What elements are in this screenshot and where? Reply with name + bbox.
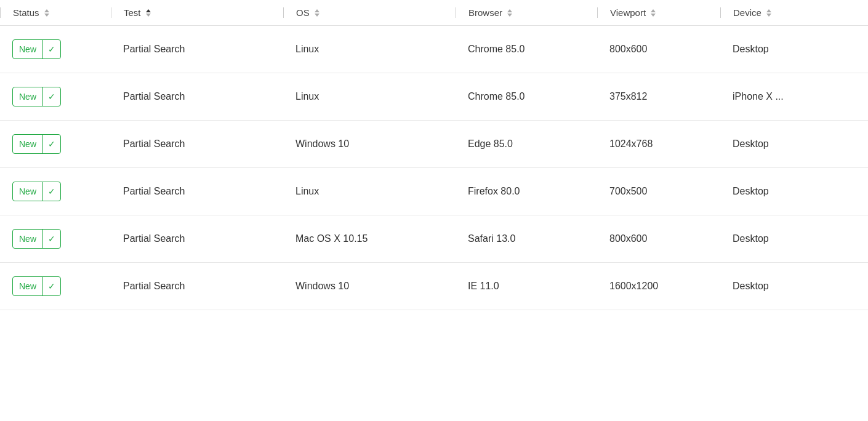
cell-device-0: Desktop: [720, 44, 868, 55]
cell-browser-2: Edge 85.0: [456, 138, 597, 150]
test-value-2: Partial Search: [123, 138, 185, 149]
cell-status-2: New ✓: [0, 134, 111, 154]
column-header-test[interactable]: Test: [111, 7, 283, 18]
status-check-icon-0[interactable]: ✓: [43, 40, 60, 58]
sort-icon-browser[interactable]: [507, 9, 512, 17]
column-label-status: Status: [13, 7, 39, 18]
cell-os-1: Linux: [283, 91, 456, 102]
os-value-5: Windows 10: [295, 281, 349, 291]
status-check-icon-1[interactable]: ✓: [43, 87, 60, 106]
browser-value-2: Edge 85.0: [468, 138, 513, 149]
table-body: New ✓ Partial Search Linux Chrome 85.0 8…: [0, 26, 868, 310]
cell-os-3: Linux: [283, 186, 456, 197]
table-row[interactable]: New ✓ Partial Search Linux Chrome 85.0 3…: [0, 73, 868, 121]
column-header-browser[interactable]: Browser: [456, 7, 597, 18]
status-label-0: New: [13, 40, 43, 58]
viewport-value-0: 800x600: [609, 44, 647, 54]
table-row[interactable]: New ✓ Partial Search Linux Chrome 85.0 8…: [0, 26, 868, 73]
test-results-table: Status Test OS Browser: [0, 0, 868, 421]
status-label-5: New: [13, 277, 43, 295]
viewport-value-4: 800x600: [609, 233, 647, 244]
test-value-5: Partial Search: [123, 281, 185, 291]
status-label-4: New: [13, 230, 43, 248]
table-row[interactable]: New ✓ Partial Search Mac OS X 10.15 Safa…: [0, 215, 868, 263]
cell-status-3: New ✓: [0, 182, 111, 201]
viewport-value-2: 1024x768: [609, 138, 653, 149]
status-badge-0[interactable]: New ✓: [12, 39, 61, 59]
cell-viewport-5: 1600x1200: [597, 281, 720, 292]
browser-value-4: Safari 13.0: [468, 233, 515, 244]
viewport-value-1: 375x812: [609, 91, 647, 102]
status-badge-5[interactable]: New ✓: [12, 276, 61, 296]
cell-os-0: Linux: [283, 44, 456, 55]
cell-browser-0: Chrome 85.0: [456, 44, 597, 55]
column-header-viewport[interactable]: Viewport: [597, 7, 720, 18]
status-badge-3[interactable]: New ✓: [12, 182, 61, 201]
status-label-1: New: [13, 87, 43, 106]
os-value-4: Mac OS X 10.15: [295, 233, 368, 244]
browser-value-0: Chrome 85.0: [468, 44, 525, 54]
status-check-icon-2[interactable]: ✓: [43, 135, 60, 153]
cell-browser-4: Safari 13.0: [456, 233, 597, 244]
sort-icon-viewport[interactable]: [651, 9, 656, 17]
cell-browser-5: IE 11.0: [456, 281, 597, 292]
cell-test-0: Partial Search: [111, 44, 283, 55]
column-header-device[interactable]: Device: [720, 7, 868, 18]
status-label-3: New: [13, 182, 43, 201]
sort-icon-os[interactable]: [315, 9, 319, 17]
cell-status-1: New ✓: [0, 87, 111, 106]
sort-icon-device[interactable]: [766, 9, 771, 17]
os-value-2: Windows 10: [295, 138, 349, 149]
cell-test-1: Partial Search: [111, 91, 283, 102]
cell-viewport-3: 700x500: [597, 186, 720, 197]
column-label-device: Device: [733, 7, 762, 18]
cell-browser-3: Firefox 80.0: [456, 186, 597, 197]
cell-os-4: Mac OS X 10.15: [283, 233, 456, 244]
cell-os-5: Windows 10: [283, 281, 456, 292]
status-check-icon-5[interactable]: ✓: [43, 277, 60, 295]
column-label-viewport: Viewport: [610, 7, 646, 18]
table-row[interactable]: New ✓ Partial Search Windows 10 Edge 85.…: [0, 121, 868, 168]
column-header-os[interactable]: OS: [283, 7, 456, 18]
os-value-1: Linux: [295, 91, 319, 102]
column-label-browser: Browser: [468, 7, 502, 18]
status-badge-1[interactable]: New ✓: [12, 87, 61, 106]
os-value-0: Linux: [295, 44, 319, 54]
cell-test-4: Partial Search: [111, 233, 283, 244]
cell-device-4: Desktop: [720, 233, 868, 244]
device-value-1: iPhone X ...: [733, 91, 784, 102]
cell-test-2: Partial Search: [111, 138, 283, 150]
viewport-value-3: 700x500: [609, 186, 647, 196]
cell-status-4: New ✓: [0, 229, 111, 249]
status-check-icon-3[interactable]: ✓: [43, 182, 60, 201]
device-value-5: Desktop: [733, 281, 769, 291]
table-header: Status Test OS Browser: [0, 0, 868, 26]
sort-icon-status[interactable]: [44, 9, 49, 17]
column-header-status[interactable]: Status: [0, 7, 111, 18]
device-value-2: Desktop: [733, 138, 769, 149]
status-badge-4[interactable]: New ✓: [12, 229, 61, 249]
cell-os-2: Windows 10: [283, 138, 456, 150]
os-value-3: Linux: [295, 186, 319, 196]
browser-value-3: Firefox 80.0: [468, 186, 520, 196]
browser-value-1: Chrome 85.0: [468, 91, 525, 102]
status-check-icon-4[interactable]: ✓: [43, 230, 60, 248]
cell-test-3: Partial Search: [111, 186, 283, 197]
column-label-test: Test: [124, 7, 141, 18]
cell-status-5: New ✓: [0, 276, 111, 296]
cell-viewport-1: 375x812: [597, 91, 720, 102]
cell-device-1: iPhone X ...: [720, 91, 868, 102]
cell-viewport-4: 800x600: [597, 233, 720, 244]
table-row[interactable]: New ✓ Partial Search Linux Firefox 80.0 …: [0, 168, 868, 215]
cell-status-0: New ✓: [0, 39, 111, 59]
test-value-3: Partial Search: [123, 186, 185, 196]
cell-test-5: Partial Search: [111, 281, 283, 292]
cell-viewport-0: 800x600: [597, 44, 720, 55]
status-badge-2[interactable]: New ✓: [12, 134, 61, 154]
sort-icon-test[interactable]: [146, 9, 151, 17]
table-row[interactable]: New ✓ Partial Search Windows 10 IE 11.0 …: [0, 263, 868, 310]
test-value-1: Partial Search: [123, 91, 185, 102]
device-value-4: Desktop: [733, 233, 769, 244]
cell-browser-1: Chrome 85.0: [456, 91, 597, 102]
cell-device-5: Desktop: [720, 281, 868, 292]
